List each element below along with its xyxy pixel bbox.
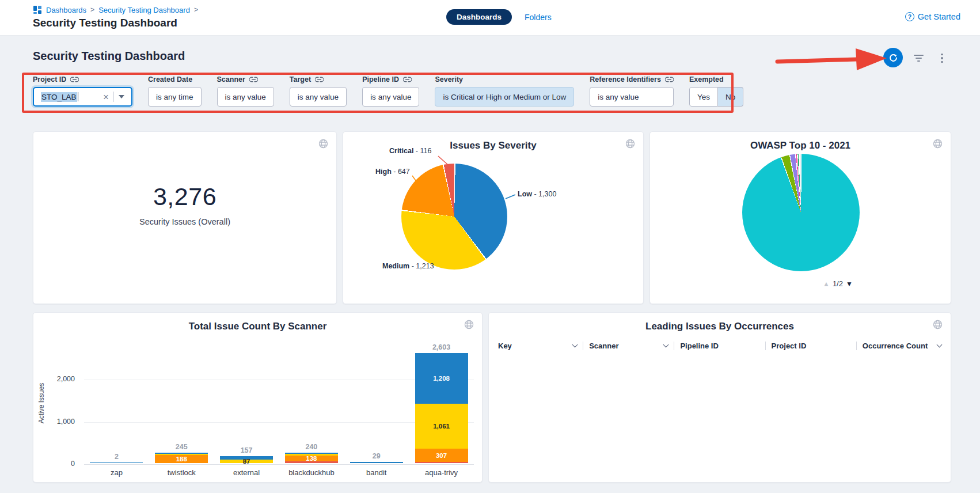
filter-bar: Project ID STO_LAB × Created Date is any… [33, 75, 743, 107]
dashboard-section-title: Security Testing Dashboard [33, 50, 185, 63]
filter-label: Exempted [689, 75, 724, 84]
input-divider [113, 92, 114, 102]
chevron-down-icon[interactable] [119, 95, 124, 98]
card-total-issue-count-by-scanner: Total Issue Count By Scanner Active Issu… [33, 312, 483, 483]
table-title: Leading Issues By Occurrences [489, 321, 951, 332]
gridline [84, 464, 474, 465]
filter-target: Target is any value [290, 75, 347, 107]
card-issues-by-severity: Issues By Severity Critical - 116 High -… [343, 131, 644, 304]
column-header-occurrence-count[interactable]: Occurrence Count [857, 342, 947, 350]
bar-column-twistlock: 245188twistlock [149, 336, 214, 463]
refresh-icon [888, 53, 898, 63]
y-tick-label: 2,000 [41, 375, 75, 383]
chart-title: OWASP Top 10 - 2021 [650, 140, 951, 151]
bar-segment-critical[interactable] [415, 462, 468, 463]
bar-segment-low[interactable] [90, 462, 143, 463]
pie-pagination: ▲ 1/2 ▼ [823, 279, 853, 288]
link-icon [403, 77, 412, 82]
bar-column-zap: 2zap [84, 336, 149, 463]
filter-label: Target [290, 75, 311, 84]
link-icon [249, 77, 258, 82]
owasp-pie[interactable] [742, 154, 860, 271]
pie-label-medium: Medium - 1,213 [382, 262, 434, 270]
tab-dashboards[interactable]: Dashboards [446, 9, 512, 25]
clear-icon[interactable]: × [100, 92, 112, 102]
severity-pie[interactable] [401, 164, 507, 270]
created-date-chip[interactable]: is any time [148, 87, 202, 107]
bar-stack: 138 [285, 453, 338, 463]
scanner-chip[interactable]: is any value [217, 87, 274, 107]
exempted-yes-button[interactable]: Yes [689, 87, 718, 107]
bar-column-aqua-trivy: 2,6031,2081,061307aqua-trivy [409, 336, 474, 463]
bar-column-blackduckhub: 240138blackduckhub [279, 336, 344, 463]
filter-pipeline-id: Pipeline ID is any value [362, 75, 419, 107]
chart-title: Issues By Severity [343, 140, 643, 151]
severity-chip[interactable]: is Critical or High or Medium or Low [435, 87, 574, 107]
filter-scanner: Scanner is any value [217, 75, 274, 107]
y-tick-label: 0 [41, 460, 75, 468]
card-owasp-top-10: OWASP Top 10 - 2021 ▲ 1/2 ▼ [649, 131, 951, 304]
column-label: Pipeline ID [680, 342, 718, 350]
pipeline-id-chip[interactable]: is any value [362, 87, 419, 107]
project-id-value: STO_LAB [41, 92, 77, 102]
kebab-icon [941, 54, 943, 56]
link-icon [70, 77, 79, 82]
breadcrumb-dashboards[interactable]: Dashboards [46, 6, 86, 14]
chevron-down-icon [572, 342, 578, 347]
filter-label: Pipeline ID [362, 75, 399, 84]
dashboard-filter-button[interactable] [911, 52, 925, 65]
link-icon [315, 77, 324, 82]
tab-folders[interactable]: Folders [525, 13, 552, 22]
bar-category-label: bandit [366, 468, 386, 477]
overall-issue-count: 3,276 [33, 183, 336, 211]
dashboards-grid-icon [33, 5, 42, 14]
breadcrumb-separator: > [194, 6, 198, 14]
bar-segment-high[interactable]: 138 [285, 456, 338, 461]
bar-column-bandit: 29bandit [344, 336, 409, 463]
filter-severity: Severity is Critical or High or Medium o… [435, 75, 574, 107]
page-title: Security Testing Dashboard [33, 17, 177, 29]
bar-total-label: 240 [305, 443, 317, 451]
text-cursor [78, 92, 78, 101]
column-header-pipeline-id[interactable]: Pipeline ID [674, 342, 765, 350]
exempted-toggle: Yes No [689, 87, 743, 107]
bar-segment-low[interactable] [350, 462, 403, 463]
bar-segment-medium[interactable]: 87 [220, 460, 273, 463]
breadcrumb: Dashboards > Security Testing Dashboard … [33, 5, 198, 14]
filter-created-date: Created Date is any time [148, 75, 202, 107]
page-up-icon[interactable]: ▲ [823, 280, 830, 288]
page-down-icon[interactable]: ▼ [846, 280, 853, 288]
project-id-input[interactable]: STO_LAB × [33, 87, 132, 107]
filter-label: Project ID [33, 75, 66, 84]
globe-icon [933, 139, 943, 149]
exempted-no-button[interactable]: No [718, 87, 743, 107]
reference-identifiers-chip[interactable]: is any value [590, 87, 674, 107]
bar-column-external: 15787external [214, 336, 279, 463]
breadcrumb-current-dashboard[interactable]: Security Testing Dashboard [98, 6, 190, 14]
bar-total-label: 245 [176, 443, 188, 451]
top-header: Dashboards > Security Testing Dashboard … [0, 0, 980, 36]
column-header-key[interactable]: Key [492, 342, 583, 350]
bar-segment-high[interactable]: 307 [415, 449, 468, 462]
bar-segment-low[interactable]: 1,208 [415, 353, 468, 404]
bar-segment-medium[interactable]: 1,061 [415, 404, 468, 449]
filter-label: Created Date [148, 75, 192, 84]
column-header-scanner[interactable]: Scanner [583, 342, 674, 350]
globe-icon [464, 320, 474, 329]
pie-label-critical: Critical - 116 [389, 147, 431, 155]
get-started-link[interactable]: ? Get Started [905, 12, 960, 21]
column-header-project-id[interactable]: Project ID [766, 342, 856, 350]
page-indicator: 1/2 [833, 279, 843, 288]
annotation-arrow [770, 44, 888, 74]
bar-total-label: 2 [115, 453, 119, 461]
refresh-button[interactable] [883, 48, 903, 67]
bar-category-label: twistlock [168, 468, 196, 477]
bar-segment-high[interactable]: 188 [155, 455, 208, 463]
more-options-button[interactable] [935, 52, 949, 65]
y-tick-label: 1,000 [41, 418, 75, 426]
filter-label: Reference Identifiers [590, 75, 661, 84]
target-chip[interactable]: is any value [290, 87, 347, 107]
globe-icon [625, 139, 635, 149]
bar-total-label: 2,603 [432, 343, 450, 351]
bar-category-label: external [233, 468, 260, 477]
